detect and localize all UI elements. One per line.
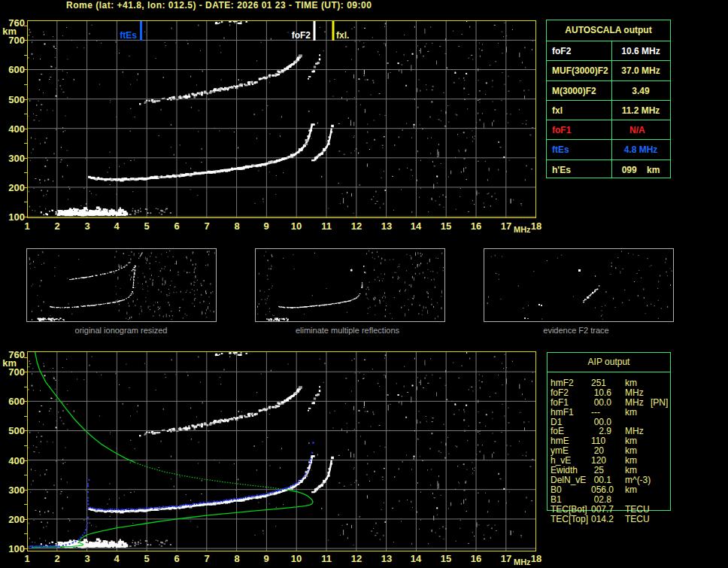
svg-text:foF2: foF2	[292, 30, 311, 41]
svg-text:ftEs: ftEs	[120, 30, 137, 41]
svg-text:fxl.: fxl.	[336, 30, 349, 41]
